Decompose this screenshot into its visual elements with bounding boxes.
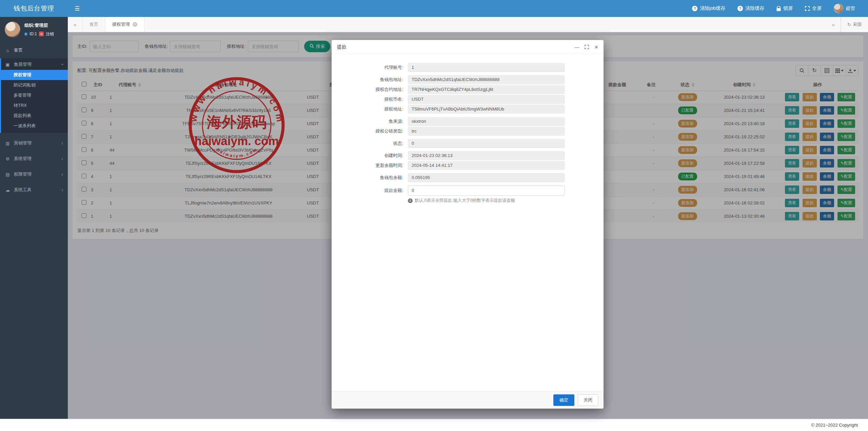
bank-icon: ▥	[5, 141, 11, 146]
info-icon: i	[408, 198, 413, 203]
logout-link[interactable]: 注销	[46, 31, 54, 37]
field-label: 提款金额:	[332, 188, 408, 194]
modal-title: 提款	[337, 44, 347, 50]
fullscreen-button[interactable]: 全屏	[805, 5, 822, 12]
sidebar-subitem[interactable]: 转TRX	[1, 100, 68, 111]
form-row: 创建时间: 2024-01-23 02:36:13	[332, 151, 604, 160]
sidebar-item-label: 系统管理	[14, 156, 32, 162]
tab-home[interactable]: 首页	[83, 17, 105, 32]
sidebar-item-label: 首页	[14, 47, 23, 53]
id-card-icon: ▤	[5, 172, 11, 177]
tabs-scroll-right-icon[interactable]: »	[826, 17, 841, 32]
sidebar-item-fish-management[interactable]: ▣ 鱼苗管理 ‹	[1, 59, 68, 70]
chevron-left-icon: ‹	[61, 187, 63, 193]
form-row: 授权合约地址: TR7NHqjeKQxGTCi8q8ZY4pL8otSzgjLj…	[332, 85, 604, 94]
field-value: 2024-01-23 02:36:13	[408, 151, 565, 160]
chevron-left-icon: ‹	[61, 172, 63, 177]
fullscreen-icon	[805, 6, 810, 11]
home-icon: ⌂	[5, 48, 11, 53]
modal-body: 代理账号: 1 鱼钱包地址: TDZvXxn5dhMc2dS1qfaUECWzh…	[332, 54, 604, 391]
form-row: 鱼钱包余额: 0.055195	[332, 173, 604, 182]
tabs-scroll-left-icon[interactable]: «	[68, 17, 83, 32]
close-button[interactable]: 关闭	[578, 394, 598, 406]
refresh-tab-button[interactable]: ↻ 刷新	[841, 17, 868, 32]
form-row: 鱼钱包地址: TDZvXxn5dhMc2dS1qfaUECWzhJ8888888…	[332, 75, 604, 84]
page-footer: © 2021~2022 Copyright	[0, 419, 868, 431]
sidebar-subitem[interactable]: 授权管理	[1, 70, 68, 80]
form-row: 提款金额: 0	[332, 185, 604, 196]
close-icon[interactable]: ×	[133, 22, 137, 27]
maximize-icon[interactable]	[585, 45, 589, 49]
sidebar-item-label: 鱼苗管理	[14, 61, 32, 67]
copyright: © 2021~2022 Copyright	[811, 423, 858, 428]
clear-job-cache-button[interactable]: ? 清除job缓存	[692, 5, 725, 12]
sidebar-item-label: 授权管理	[14, 72, 31, 78]
modal-form: 代理账号: 1 鱼钱包地址: TDZvXxn5dhMc2dS1qfaUECWzh…	[332, 63, 604, 196]
sidebar-item-label: 多签管理	[14, 92, 31, 98]
field-value: 0	[408, 139, 565, 148]
modal-footer: 确定 关闭	[332, 391, 604, 409]
tab-authorization[interactable]: 授权管理 ×	[105, 17, 144, 32]
fullscreen-label: 全屏	[812, 5, 822, 12]
lock-screen-button[interactable]: 锁屏	[776, 5, 793, 12]
modal-header: 提款 — ×	[332, 40, 604, 54]
tab-label: 授权管理	[112, 21, 130, 27]
sidebar-subitem[interactable]: 助记词私钥	[1, 80, 68, 90]
close-icon[interactable]: ×	[594, 44, 598, 50]
withdraw-hint: i 默认,0表示全部提款,输入大于0的数字表示提款该金额	[408, 198, 604, 203]
minimize-icon[interactable]: —	[574, 45, 579, 50]
field-label: 代理账号:	[332, 64, 408, 71]
clear-cache-label: 清除缓存	[745, 5, 764, 12]
question-circle-icon: ?	[692, 6, 697, 11]
app-title: 钱包后台管理	[0, 4, 68, 13]
sidebar-item-label: 助记词私钥	[14, 82, 36, 88]
clear-cache-button[interactable]: ? 清除缓存	[737, 5, 764, 12]
clear-job-cache-label: 清除job缓存	[700, 5, 725, 12]
confirm-button[interactable]: 确定	[553, 394, 574, 406]
field-value: 1	[408, 63, 565, 72]
field-label: 创建时间:	[332, 153, 408, 159]
field-value: TS8muVF6PLjTvABbQiAbtU5mgW3wNNM8Ub	[408, 105, 565, 114]
form-row: 更新余额时间: 2024-05-14 14:41:17	[332, 161, 604, 170]
sidebar-subitem[interactable]: 多签管理	[1, 90, 68, 100]
sidebar-subitem[interactable]: 一波杀列表	[1, 121, 68, 131]
field-label: 鱼钱包余额:	[332, 175, 408, 181]
hamburger-icon[interactable]: ☰	[75, 5, 80, 12]
lock-icon	[776, 6, 781, 11]
field-value: okxtron	[408, 117, 565, 126]
avatar	[834, 4, 843, 13]
sidebar-menu: ⌂ 首页 ▣ 鱼苗管理 ‹ 授权管理 助记词私钥	[0, 45, 68, 195]
form-row: 授权公链类型: trc	[332, 127, 604, 136]
avatar	[5, 22, 20, 37]
field-label: 授权地址:	[332, 106, 408, 112]
sidebar-section-item[interactable]: ▥ 营销管理 ‹	[0, 138, 68, 149]
sidebar-user-panel: 组织:管理层 ID:1 ➜ 注销	[0, 17, 68, 43]
sidebar-item-label: 转TRX	[14, 102, 27, 109]
sidebar-section-item[interactable]: ▤ 权限管理 ‹	[0, 169, 68, 180]
field-value: trc	[408, 127, 565, 136]
sidebar-item-label: 权限管理	[14, 171, 32, 177]
tab-bar: « 首页 授权管理 × » ↻ 刷新	[68, 17, 868, 32]
field-value: 2024-05-14 14:41:17	[408, 161, 565, 170]
sidebar-section-item[interactable]: ⚙ 系统管理 ‹	[0, 153, 68, 164]
sidebar-item-label: 提款列表	[14, 113, 31, 119]
field-value[interactable]: 0	[408, 185, 565, 196]
field-label: 授权币名:	[332, 96, 408, 102]
refresh-icon: ↻	[847, 22, 851, 27]
tab-label: 首页	[90, 21, 98, 27]
sidebar: 组织:管理层 ID:1 ➜ 注销 ⌂ 首页 ▣ 鱼苗管理 ‹	[0, 17, 68, 419]
sidebar-subitem[interactable]: 提款列表	[1, 111, 68, 121]
field-label: 鱼钱包地址:	[332, 77, 408, 83]
user-id: ID:1	[29, 32, 37, 36]
user-menu[interactable]: 超管	[834, 4, 855, 13]
form-row: 鱼来源: okxtron	[332, 117, 604, 126]
field-label: 状态:	[332, 140, 408, 146]
lock-screen-label: 锁屏	[783, 5, 793, 12]
sidebar-group-fish: ▣ 鱼苗管理 ‹ 授权管理 助记词私钥 多签管理	[0, 58, 68, 133]
sidebar-item-home[interactable]: ⌂ 首页	[0, 45, 68, 56]
money-bill-icon: ▣	[5, 62, 11, 67]
form-row: 状态: 0	[332, 139, 604, 148]
sidebar-section-item[interactable]: ☁ 系统工具 ‹	[0, 184, 68, 195]
top-header: 钱包后台管理 ☰ ? 清除job缓存 ? 清除缓存 锁屏 全屏 超管	[0, 0, 868, 17]
sidebar-sections: ▥ 营销管理 ‹ ⚙ 系统管理 ‹ ▤ 权限管理 ‹ ☁	[0, 138, 68, 195]
